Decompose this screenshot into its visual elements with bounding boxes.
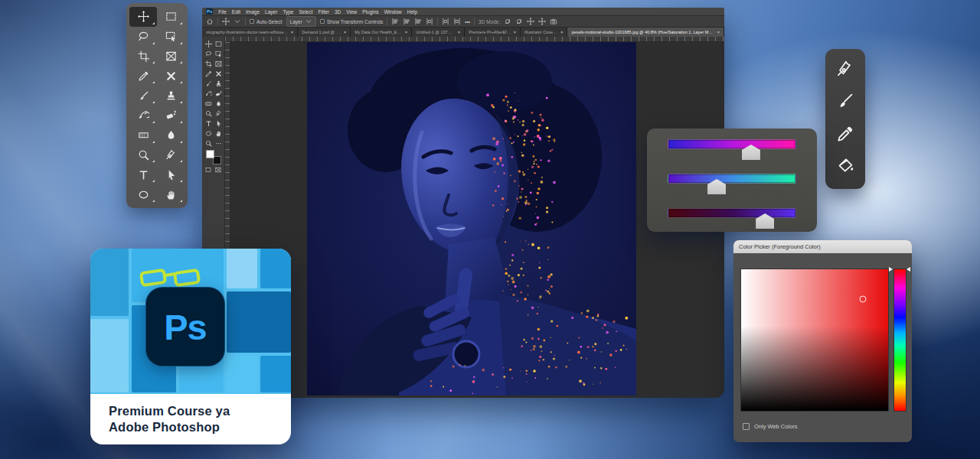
menu-image[interactable]: Image [246, 9, 260, 15]
document-tab[interactable]: Premiere Pr+AfterEffects.psd× [465, 28, 521, 37]
history-brush-tool[interactable] [129, 106, 157, 125]
menu-layer[interactable]: Layer [265, 9, 277, 15]
close-tab-icon[interactable]: × [560, 30, 564, 34]
collage-tile [227, 356, 257, 392]
roll-3d-icon[interactable] [515, 18, 523, 25]
tab-label: Premiere Pr+AfterEffects.psd [469, 30, 511, 34]
hue-strip[interactable] [894, 269, 906, 411]
portrait-photo [307, 42, 636, 396]
menu-edit[interactable]: Edit [232, 9, 240, 15]
document-tab[interactable]: Demand 1.psd @ 200% (...× [298, 28, 351, 37]
move-tool[interactable] [129, 7, 157, 27]
more-options[interactable]: ••• [465, 19, 470, 24]
ellipsis-tool-small[interactable] [215, 136, 222, 150]
frame-tool[interactable] [157, 47, 185, 67]
zoom-tool-small[interactable] [205, 136, 212, 150]
type-tool[interactable] [129, 164, 157, 184]
align-right-icon[interactable] [414, 18, 422, 25]
align-center-icon[interactable] [403, 18, 410, 25]
gradient-tool[interactable] [129, 125, 157, 145]
canvas-image[interactable] [307, 42, 636, 396]
menu-view[interactable]: View [346, 9, 357, 15]
drag-3d-icon[interactable] [527, 18, 534, 25]
color-swatches[interactable] [206, 150, 221, 164]
quick-mask-icon[interactable] [205, 167, 211, 173]
bucket-tool-large[interactable] [836, 157, 854, 178]
close-tab-icon[interactable]: × [514, 30, 517, 34]
foreground-color-swatch[interactable] [206, 150, 214, 158]
auto-select-checkbox[interactable] [250, 19, 254, 24]
stage: Ps FileEditImageLayerTypeSelectFilter3DV… [0, 0, 980, 459]
only-web-colors-option[interactable]: Only Web Colors [743, 423, 798, 430]
lasso-tool[interactable] [129, 27, 157, 47]
hue-slider-arrow-right[interactable] [906, 267, 910, 272]
pen-tool-large[interactable] [836, 60, 854, 81]
zoom-tool[interactable] [129, 145, 157, 165]
brush-tool[interactable] [129, 86, 157, 106]
heal-tool[interactable] [157, 66, 185, 86]
pen-tool[interactable] [157, 145, 185, 165]
tab-label: otography-illustration-doctor-team-silho… [206, 30, 289, 34]
document-tab[interactable]: Untitled-1 @ 137% (pearl...× [412, 28, 465, 37]
slide-3d-icon[interactable] [538, 18, 546, 25]
close-tab-icon[interactable]: × [717, 30, 720, 34]
home-icon[interactable] [206, 18, 214, 25]
select-arrow-tool[interactable] [157, 164, 185, 184]
orbit-3d-icon[interactable] [504, 18, 511, 25]
floating-tool-palette [126, 3, 188, 208]
tab-label: Illustrator Cover 41.psd [524, 30, 558, 34]
document-tab-active[interactable]: pexels-motional-studio-1001685.jpg @ 40.… [567, 28, 724, 37]
saturation-brightness-field[interactable] [741, 269, 888, 411]
close-tab-icon[interactable]: × [405, 30, 408, 34]
course-title: Premium Course ya Adobe Photoshop [90, 394, 291, 444]
only-web-colors-checkbox[interactable] [743, 423, 750, 430]
align-left-icon[interactable] [391, 18, 399, 25]
move-tool-icon[interactable] [222, 18, 230, 25]
distribute-horizontal-icon[interactable] [453, 18, 461, 25]
menu-filter[interactable]: Filter [318, 9, 329, 15]
menu-file[interactable]: File [218, 9, 226, 15]
close-tab-icon[interactable]: × [458, 30, 461, 34]
brush-tool-large[interactable] [836, 92, 854, 113]
eraser-tool[interactable] [157, 106, 185, 125]
hand-tool[interactable] [157, 184, 185, 204]
hue-slider-track[interactable] [668, 139, 796, 149]
auto-select-option[interactable]: Auto-Select [250, 19, 283, 24]
divider [217, 18, 218, 25]
layer-dropdown[interactable]: Layer [286, 16, 316, 27]
show-transform-checkbox[interactable] [320, 19, 325, 24]
eyedropper-tool[interactable] [129, 66, 157, 86]
object-select-tool[interactable] [157, 27, 185, 47]
collage-tile [90, 249, 129, 316]
stamp-tool[interactable] [157, 86, 185, 106]
menu-help[interactable]: Help [407, 9, 417, 15]
camera-3d-icon[interactable] [550, 18, 557, 25]
menu-window[interactable]: Window [384, 9, 402, 15]
color-selection-marker[interactable] [860, 295, 867, 302]
saturation-slider-track[interactable] [668, 174, 796, 184]
menu-plugins[interactable]: Plugins [362, 9, 378, 15]
menu-type[interactable]: Type [283, 9, 293, 15]
ellipse-tool[interactable] [129, 184, 157, 204]
crop-tool[interactable] [129, 47, 157, 67]
marquee-tool[interactable] [157, 7, 185, 27]
eyedropper-tool-large[interactable] [836, 125, 854, 146]
saturation-slider-handle[interactable] [707, 179, 726, 194]
blur-tool[interactable] [157, 125, 185, 145]
hue-slider-arrow-left[interactable] [889, 267, 893, 272]
screen-mode-icon[interactable] [215, 167, 221, 173]
distribute-icon[interactable] [426, 18, 433, 25]
menu-select[interactable]: Select [299, 9, 312, 15]
document-tab[interactable]: My Data Our Health_English.png× [351, 28, 412, 37]
collage-tile [227, 249, 257, 288]
hue-slider-handle[interactable] [742, 145, 760, 160]
document-tab[interactable]: otography-illustration-doctor-team-silho… [202, 28, 298, 37]
close-tab-icon[interactable]: × [344, 30, 347, 34]
distribute-vertical-icon[interactable] [442, 18, 449, 25]
menu-3d[interactable]: 3D [335, 9, 341, 15]
document-tab[interactable]: Illustrator Cover 41.psd× [521, 28, 567, 37]
lightness-slider-handle[interactable] [756, 213, 774, 229]
close-tab-icon[interactable]: × [291, 30, 294, 34]
lightness-slider-track[interactable] [668, 208, 796, 218]
show-transform-option[interactable]: Show Transform Controls [320, 19, 383, 24]
